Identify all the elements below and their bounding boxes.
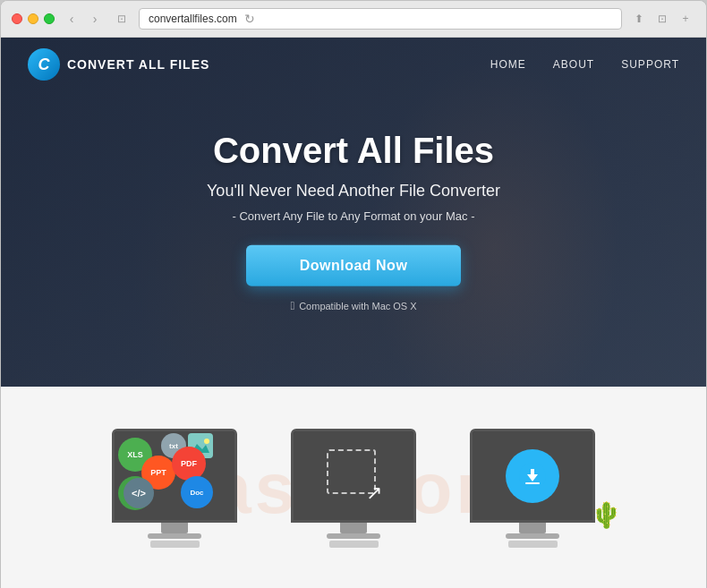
hero-content: Convert All Files You'll Never Need Anot… — [1, 131, 706, 312]
doc-badge: Doc — [181, 476, 213, 508]
monitor-2-container: ↗ — [291, 429, 416, 548]
address-bar[interactable]: convertallfiles.com ↻ — [139, 8, 622, 30]
hero-title: Convert All Files — [19, 131, 688, 171]
monitor-2-base — [327, 533, 380, 539]
monitor-2-screen: ↗ — [294, 431, 413, 520]
monitor-3-base — [506, 533, 559, 539]
monitor-1-keyboard — [150, 541, 200, 548]
maximize-button[interactable] — [44, 13, 55, 24]
address-text: convertallfiles.com — [149, 13, 237, 25]
hero-tagline: - Convert Any File to Any Format on your… — [19, 209, 688, 223]
apple-icon:  — [290, 299, 294, 312]
hero-subtitle: You'll Never Need Another File Converter — [19, 182, 688, 200]
file-icons-cluster: txt XLS PPT — [116, 433, 233, 518]
add-tab-button[interactable]: + — [676, 9, 695, 29]
compatibility-text: Compatible with Mac OS X — [299, 300, 416, 311]
compatibility-notice:  Compatible with Mac OS X — [19, 299, 688, 312]
back-button[interactable]: ‹ — [62, 9, 81, 29]
monitor-2-stand — [340, 523, 367, 533]
new-tab-icon[interactable]: ⊡ — [652, 9, 672, 29]
cursor-arrow-icon: ↗ — [366, 481, 382, 505]
select-icon: ↗ — [318, 440, 389, 512]
logo-letter: C — [38, 55, 50, 74]
monitor-3-screen — [473, 431, 592, 520]
nav-about[interactable]: ABOUT — [553, 58, 594, 71]
browser-titlebar: ‹ › ⊡ convertallfiles.com ↻ ⬆ ⊡ + — [1, 1, 706, 38]
monitor-1-container: txt XLS PPT — [112, 429, 237, 548]
logo-text: CONVERT ALL FILES — [67, 57, 209, 72]
refresh-icon[interactable]: ↻ — [244, 12, 255, 26]
pdf-badge: PDF — [172, 447, 206, 481]
browser-content: C CONVERT ALL FILES HOME ABOUT SUPPORT C… — [1, 38, 706, 588]
forward-button[interactable]: › — [85, 9, 105, 29]
nav-buttons: ‹ › — [62, 9, 105, 29]
nav-home[interactable]: HOME — [490, 58, 526, 71]
website: C CONVERT ALL FILES HOME ABOUT SUPPORT C… — [1, 38, 706, 588]
svg-point-2 — [204, 439, 209, 444]
monitor-1: txt XLS PPT — [112, 429, 237, 523]
monitor-1-stand — [161, 523, 188, 533]
hero-section: C CONVERT ALL FILES HOME ABOUT SUPPORT C… — [1, 38, 706, 387]
monitor-3-keyboard — [508, 541, 558, 548]
monitor-1-screen: txt XLS PPT — [115, 431, 234, 520]
cactus-decoration: 🌵 — [591, 500, 622, 530]
logo: C CONVERT ALL FILES — [28, 48, 209, 81]
download-arrow-icon — [518, 462, 547, 490]
monitor-2: ↗ — [291, 429, 416, 523]
monitor-3 — [470, 429, 595, 523]
browser-window: ‹ › ⊡ convertallfiles.com ↻ ⬆ ⊡ + — [0, 0, 707, 588]
monitor-3-stand — [519, 523, 546, 533]
monitor-2-keyboard — [329, 541, 379, 548]
lower-section: task.com txt — [1, 387, 706, 588]
logo-icon: C — [28, 48, 60, 81]
minimize-button[interactable] — [28, 13, 38, 24]
nav-support[interactable]: SUPPORT — [621, 58, 679, 71]
monitor-1-base — [148, 533, 201, 539]
nav-links: HOME ABOUT SUPPORT — [490, 58, 679, 71]
code-badge: </> — [124, 478, 154, 508]
monitor-3-container: 🌵 — [470, 429, 595, 548]
navbar: C CONVERT ALL FILES HOME ABOUT SUPPORT — [1, 38, 706, 91]
toolbar-right: ⬆ ⊡ + — [629, 9, 695, 29]
close-button[interactable] — [12, 13, 22, 24]
share-icon[interactable]: ⬆ — [629, 9, 649, 29]
download-now-button[interactable]: Download Now — [246, 245, 462, 286]
traffic-lights — [12, 13, 55, 24]
svg-rect-5 — [525, 482, 540, 484]
download-circle-icon — [506, 449, 559, 503]
tab-icon[interactable]: ⊡ — [112, 9, 132, 29]
